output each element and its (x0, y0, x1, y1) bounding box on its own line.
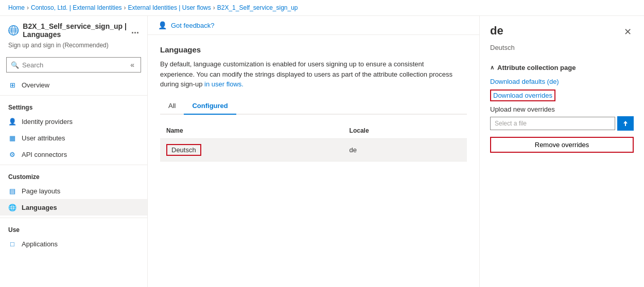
sidebar-item-applications[interactable]: □ Applications (0, 236, 147, 252)
breadcrumb-b2x[interactable]: B2X_1_Self_service_sign_up (217, 4, 298, 11)
page-layouts-icon: ▤ (8, 187, 16, 195)
breadcrumb-userflows[interactable]: External Identities | User flows (128, 4, 211, 11)
panel-section-attribute: ∧ Attribute collection page Download def… (480, 58, 644, 159)
use-section-label: Use (0, 220, 147, 236)
sidebar: B2X_1_Self_service_sign_up | Languages .… (0, 16, 148, 287)
sidebar-item-overview[interactable]: ⊞ Overview (0, 77, 147, 93)
sidebar-item-api-connectors[interactable]: ⚙ API connectors (0, 146, 147, 163)
applications-icon: □ (8, 240, 16, 248)
page-title-more[interactable]: ... (131, 25, 139, 36)
upload-button[interactable] (617, 116, 634, 131)
search-icon: 🔍 (11, 61, 19, 69)
feedback-icon: 👤 (158, 21, 167, 29)
table-cell-name: Deutsch (160, 138, 343, 161)
sidebar-header: B2X_1_Self_service_sign_up | Languages .… (0, 16, 147, 41)
right-panel: de ✕ Deutsch ∧ Attribute collection page… (479, 16, 644, 287)
column-name: Name (160, 123, 343, 139)
sidebar-item-page-layouts[interactable]: ▤ Page layouts (0, 183, 147, 199)
languages-table: Name Locale Deutsch de (160, 123, 467, 162)
remove-overrides-button[interactable]: Remove overrides (490, 137, 634, 153)
sidebar-item-page-layouts-label: Page layouts (22, 187, 60, 195)
page-subtitle: Sign up and sign in (Recommended) (0, 41, 147, 53)
globe-icon (8, 23, 19, 38)
customize-section-label: Customize (0, 167, 147, 183)
section-description: By default, language customization is en… (160, 59, 459, 89)
deutsch-name-cell: Deutsch (166, 144, 201, 156)
section-collapse-arrow[interactable]: ∧ (490, 64, 494, 71)
sidebar-item-api-connectors-label: API connectors (22, 151, 67, 158)
settings-section-label: Settings (0, 98, 147, 113)
use-divider (0, 218, 147, 218)
column-locale: Locale (343, 123, 467, 139)
download-overrides-link[interactable]: Download overrides (490, 89, 555, 101)
tab-bar: All Configured (160, 98, 467, 115)
sidebar-item-languages[interactable]: 🌐 Languages (0, 199, 147, 216)
file-input-box[interactable]: Select a file (490, 117, 615, 130)
table-row[interactable]: Deutsch de (160, 138, 467, 161)
sidebar-item-user-attributes-label: User attributes (22, 134, 65, 142)
content-area: Languages By default, language customiza… (148, 35, 479, 287)
breadcrumb-home[interactable]: Home (8, 4, 25, 11)
tab-all[interactable]: All (160, 98, 184, 115)
search-input[interactable] (22, 61, 125, 69)
sidebar-item-applications-label: Applications (22, 240, 58, 248)
sidebar-item-overview-label: Overview (22, 81, 49, 89)
description-link[interactable]: in user flows. (204, 80, 243, 88)
sidebar-item-languages-label: Languages (22, 204, 57, 211)
collapse-button[interactable]: « (128, 60, 136, 70)
api-connectors-icon: ⚙ (8, 150, 16, 158)
breadcrumb-contoso[interactable]: Contoso, Ltd. | External Identities (31, 4, 122, 11)
table-cell-locale: de (343, 138, 467, 161)
panel-header: de ✕ (480, 16, 644, 44)
customize-divider (0, 165, 147, 165)
identity-icon: 👤 (8, 117, 16, 125)
file-upload-row: Select a file (490, 116, 634, 131)
breadcrumb: Home › Contoso, Ltd. | External Identiti… (0, 0, 644, 16)
panel-section-title: Attribute collection page (497, 64, 576, 71)
settings-divider (0, 95, 147, 96)
panel-close-button[interactable]: ✕ (622, 24, 634, 40)
panel-title-block: de (490, 24, 503, 38)
section-title: Languages (160, 45, 467, 54)
main-content: 👤 Got feedback? Languages By default, la… (148, 16, 479, 287)
user-attributes-icon: ▦ (8, 134, 16, 142)
sidebar-item-identity-providers-label: Identity providers (22, 118, 73, 125)
tab-configured[interactable]: Configured (184, 98, 236, 115)
feedback-bar[interactable]: 👤 Got feedback? (148, 16, 479, 35)
panel-code: de (490, 24, 503, 38)
file-placeholder: Select a file (495, 120, 527, 127)
sidebar-item-identity-providers[interactable]: 👤 Identity providers (0, 113, 147, 130)
overview-icon: ⊞ (8, 81, 16, 89)
upload-label: Upload new overrides (490, 105, 634, 113)
download-defaults-link[interactable]: Download defaults (de) (490, 78, 634, 85)
page-title-container: B2X_1_Self_service_sign_up | Languages .… (8, 22, 139, 39)
panel-section-header: ∧ Attribute collection page (490, 64, 634, 71)
search-container: 🔍 « (6, 57, 141, 73)
upload-icon (621, 119, 630, 128)
languages-icon: 🌐 (8, 203, 16, 211)
sidebar-item-user-attributes[interactable]: ▦ User attributes (0, 130, 147, 146)
feedback-label: Got feedback? (171, 22, 215, 29)
page-title-text: B2X_1_Self_service_sign_up | Languages (23, 22, 127, 39)
panel-name: Deutsch (480, 44, 644, 58)
